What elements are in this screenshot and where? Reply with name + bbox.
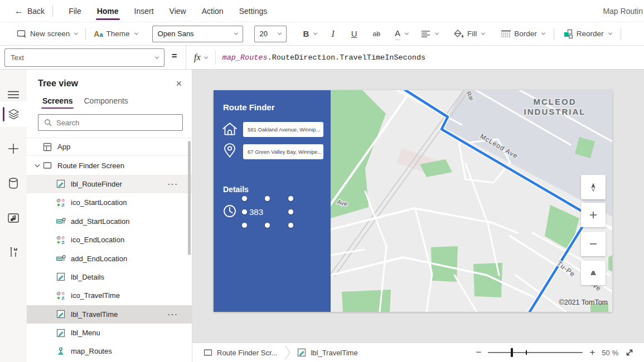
tree-item-ico_EndLocation[interactable]: ico_EndLocation (27, 231, 192, 249)
rail-item-tree-view-icon[interactable] (0, 101, 27, 127)
zoom-slider-tick (526, 350, 527, 355)
map-zoom-out-button[interactable] (581, 232, 606, 256)
tree-item-lbl_Details[interactable]: lbl_Details (27, 268, 192, 286)
more-options-button[interactable]: ··· (168, 310, 178, 319)
search-input[interactable] (56, 119, 168, 127)
map-zoom-in-button[interactable] (581, 203, 606, 227)
formula-text[interactable]: map_Routes.RouteDirection.TravelTimeInSe… (216, 53, 426, 62)
zoom-out-button[interactable]: − (476, 350, 481, 355)
close-icon[interactable]: × (176, 80, 182, 87)
percent-sign: % (612, 349, 618, 357)
italic-button[interactable]: I (331, 29, 334, 39)
selection-handle[interactable] (265, 196, 270, 201)
new-screen-button[interactable]: New screen (17, 30, 78, 38)
design-canvas[interactable]: Route Finder 581 Oakland Avenue, Winnip.… (192, 70, 644, 343)
details-label: Details (223, 185, 249, 194)
rail-item-data-icon[interactable] (0, 170, 27, 196)
chevron-down-icon (405, 31, 409, 35)
menu-item-view[interactable]: View (162, 0, 194, 22)
bold-label: B (303, 29, 309, 38)
selection-handle[interactable] (288, 196, 293, 201)
menu-item-home[interactable]: Home (89, 0, 127, 22)
chevron-down-icon (435, 31, 439, 35)
map-attribution: ©2021 TomTom (559, 299, 608, 306)
rail-item-advanced-tools-icon[interactable] (0, 239, 27, 265)
reorder-label: Reorder (577, 30, 604, 38)
font-family-select[interactable]: Open Sans (152, 26, 243, 42)
menu-item-settings[interactable]: Settings (231, 0, 275, 22)
tree-scrollbar[interactable] (188, 141, 191, 255)
breadcrumb-item-lbl_TravelTime[interactable]: lbl_TravelTime (297, 348, 357, 357)
breadcrumb-item-RouteFinderScr[interactable]: Route Finder Scr... (204, 348, 277, 357)
property-select[interactable]: Text (4, 48, 164, 67)
end-address-input[interactable]: 67 Green Valley Bay, Winnipe... (243, 144, 323, 159)
tree-item-label: add_EndLocation (71, 255, 127, 263)
tree-item-App[interactable]: App (27, 138, 192, 156)
zoom-slider-thumb[interactable] (511, 348, 513, 357)
chevron-expanded-icon[interactable] (35, 164, 40, 168)
selection-handle[interactable] (265, 223, 270, 228)
strikethrough-button[interactable]: ab (373, 30, 380, 38)
tree-item-lbl_Menu[interactable]: lbl_Menu (27, 324, 192, 342)
bold-button[interactable]: B (303, 29, 317, 38)
menu-item-action[interactable]: Action (194, 0, 231, 22)
font-color-button[interactable]: A (395, 28, 408, 40)
app-screen[interactable]: Route Finder 581 Oakland Avenue, Winnip.… (214, 90, 612, 312)
map-icon (56, 346, 66, 356)
start-address-input[interactable]: 581 Oakland Avenue, Winnip... (243, 122, 323, 137)
selection-handle[interactable] (242, 223, 247, 228)
location-pin-icon (221, 142, 238, 160)
tree-item-Route Finder Screen[interactable]: Route Finder Screen (27, 156, 192, 174)
rail-item-media-icon[interactable] (0, 205, 27, 231)
menu-item-insert[interactable]: Insert (127, 0, 162, 22)
more-options-button[interactable]: ··· (168, 180, 178, 188)
fit-to-window-icon[interactable] (625, 348, 634, 357)
tab-components[interactable]: Components (79, 96, 132, 110)
font-size-select[interactable]: 20 (254, 26, 287, 42)
tree-item-map_Routes[interactable]: map_Routes (27, 342, 192, 360)
route-finder-panel[interactable]: Route Finder 581 Oakland Avenue, Winnip.… (214, 90, 331, 312)
search-box[interactable] (38, 114, 183, 131)
formula-input-area[interactable]: fx map_Routes.RouteDirection.TravelTimeI… (186, 46, 644, 69)
menu-item-file[interactable]: File (61, 0, 89, 22)
tree-item-add_StartLocation[interactable]: add_StartLocation (27, 212, 192, 231)
tree-item-ico_TravelTime[interactable]: ico_TravelTime (27, 286, 192, 305)
selection-handle[interactable] (288, 209, 293, 214)
alignment-button[interactable] (422, 31, 438, 37)
selection-handle[interactable] (242, 196, 247, 201)
tab-screens[interactable]: Screens (38, 96, 77, 110)
search-icon (44, 119, 52, 126)
back-button[interactable]: ← Back (14, 6, 45, 16)
main-menu: FileHomeInsertViewActionSettings (61, 0, 275, 22)
chevron-down-icon (234, 31, 238, 35)
selection-handle[interactable] (242, 209, 247, 214)
fill-button[interactable]: Fill (454, 30, 485, 38)
back-arrow-icon: ← (14, 6, 23, 16)
theme-aa-icon: Aa (94, 30, 103, 38)
breadcrumb-separator-icon (283, 344, 292, 361)
fill-bucket-icon (454, 30, 464, 38)
tree-item-lbl_RouteFinder[interactable]: lbl_RouteFinder··· (27, 175, 192, 193)
data-icon (8, 178, 18, 189)
selection-handle[interactable] (288, 223, 293, 228)
tree-item-add_EndLocation[interactable]: add_EndLocation (27, 249, 192, 267)
tree-item-lbl_TravelTime[interactable]: lbl_TravelTime··· (27, 305, 192, 324)
travel-time-selection[interactable]: 383 (244, 198, 290, 225)
map-tilt-button[interactable] (581, 261, 606, 285)
zoom-in-button[interactable]: + (589, 350, 595, 355)
screen-icon (42, 160, 52, 170)
border-button[interactable]: Border (501, 30, 545, 38)
map-control[interactable]: MCLEODINDUSTRIALMcLeod AveRaiAveTu-PeAve… (331, 90, 612, 312)
advanced-tools-icon (9, 247, 18, 258)
compass-icon (588, 182, 598, 192)
map-compass-button[interactable] (581, 175, 606, 199)
zoom-slider[interactable] (488, 352, 583, 353)
tree-item-ico_StartLocation[interactable]: ico_StartLocation (27, 193, 192, 212)
fx-icon[interactable]: fx (186, 52, 203, 62)
reorder-button[interactable]: Reorder (563, 29, 612, 39)
underline-button[interactable]: U (351, 29, 357, 38)
chevron-down-icon (313, 31, 317, 35)
rail-item-insert-icon[interactable] (0, 136, 27, 162)
theme-button[interactable]: Aa Theme (94, 30, 137, 38)
insert-icon (8, 144, 18, 154)
